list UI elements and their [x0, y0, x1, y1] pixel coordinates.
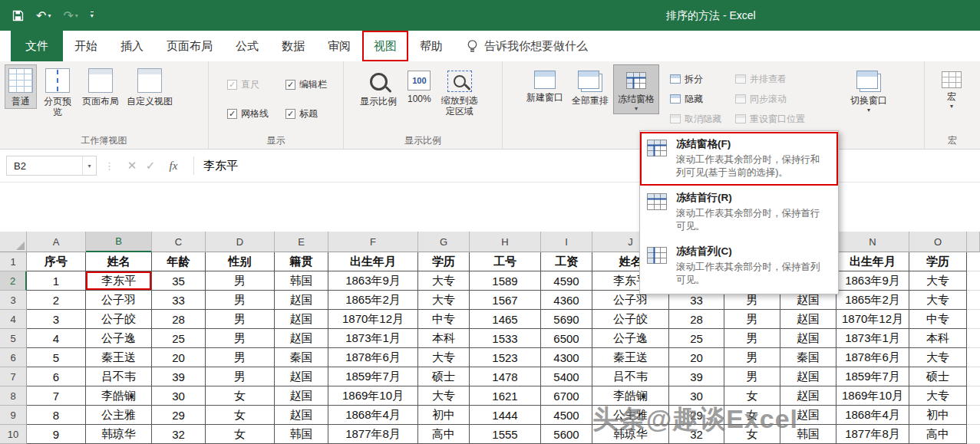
cell-A8[interactable]: 7 — [27, 386, 86, 406]
menu-item-freeze-top-row[interactable]: 冻结首行(R) 滚动工作表其余部分时，保持首行可见。 — [640, 186, 838, 239]
cell-O7[interactable]: 硕士 — [909, 367, 967, 386]
cell-F5[interactable]: 1873年1月 — [328, 329, 418, 348]
hide-button[interactable]: 隐藏 — [670, 92, 721, 106]
cell-N8[interactable]: 1869年10月 — [836, 386, 909, 406]
cell-L7[interactable]: 男 — [724, 367, 780, 386]
insert-function-icon[interactable]: fx — [166, 160, 181, 173]
cell-O6[interactable]: 大专 — [909, 348, 967, 367]
row-header-8[interactable]: 8 — [0, 386, 27, 406]
cell-D1[interactable]: 性别 — [206, 252, 275, 271]
macros-button[interactable]: 宏 ▾ — [938, 64, 965, 112]
name-box[interactable]: B2 ▾ — [6, 156, 97, 176]
cell-H4[interactable]: 1465 — [470, 310, 541, 329]
cell-F7[interactable]: 1859年7月 — [328, 367, 418, 386]
cell-O9[interactable]: 初中 — [909, 406, 967, 425]
row-header-2[interactable]: 2 — [0, 271, 27, 291]
unhide-button[interactable]: 取消隐藏 — [670, 112, 721, 126]
cell-K6[interactable]: 20 — [669, 348, 724, 367]
cell-J4[interactable]: 公子皎 — [592, 310, 669, 329]
tab-file[interactable]: 文件 — [11, 31, 63, 61]
cell-C4[interactable]: 28 — [152, 310, 206, 329]
headings-checkbox[interactable]: 标题 — [285, 107, 318, 120]
cell-H10[interactable]: 1555 — [470, 425, 541, 444]
cell-L4[interactable]: 男 — [724, 310, 780, 329]
cell-C3[interactable]: 33 — [152, 291, 206, 310]
row-header-6[interactable]: 6 — [0, 348, 27, 367]
column-header-E[interactable]: E — [275, 232, 328, 252]
cell-I1[interactable]: 工资 — [541, 252, 592, 271]
zoom-to-selection-button[interactable]: 缩放到选定区域 — [435, 64, 484, 119]
cell-M7[interactable]: 赵国 — [780, 367, 836, 386]
cell-G8[interactable]: 大专 — [418, 386, 470, 406]
cell-F4[interactable]: 1870年12月 — [328, 310, 418, 329]
cell-E8[interactable]: 赵国 — [275, 386, 328, 406]
formula-bar-drag-handle[interactable]: ⋮ — [104, 160, 115, 172]
cell-H7[interactable]: 1478 — [470, 367, 541, 386]
cell-E3[interactable]: 赵国 — [275, 291, 328, 310]
customize-quick-access-button[interactable]: ▾ — [91, 12, 94, 19]
column-header-I[interactable]: I — [541, 232, 592, 252]
redo-button[interactable]: ↷▾ — [63, 8, 78, 23]
cell-P10[interactable] — [967, 425, 980, 444]
cell-D2[interactable]: 男 — [206, 271, 275, 291]
reset-window-position-button[interactable]: 重设窗口位置 — [735, 112, 805, 126]
cell-A7[interactable]: 6 — [27, 367, 86, 386]
cell-E6[interactable]: 秦国 — [275, 348, 328, 367]
cell-B9[interactable]: 公主雅 — [86, 406, 152, 425]
cell-E5[interactable]: 赵国 — [275, 329, 328, 348]
menu-item-freeze-first-column[interactable]: 冻结首列(C) 滚动工作表其余部分时，保持首列可见。 — [640, 239, 838, 293]
cell-I2[interactable]: 4590 — [541, 271, 592, 291]
cell-C9[interactable]: 29 — [152, 406, 206, 425]
tab-view[interactable]: 视图 — [362, 31, 408, 61]
cell-J5[interactable]: 公子逸 — [592, 329, 669, 348]
new-window-button[interactable]: 新建窗口 — [523, 64, 567, 105]
select-all-corner[interactable] — [0, 232, 27, 252]
cell-B5[interactable]: 公子逸 — [86, 329, 152, 348]
cell-G5[interactable]: 本科 — [418, 329, 470, 348]
cell-D8[interactable]: 女 — [206, 386, 275, 406]
column-header-C[interactable]: C — [152, 232, 206, 252]
cell-P1[interactable] — [967, 252, 980, 271]
cell-I8[interactable]: 6700 — [541, 386, 592, 406]
cell-G4[interactable]: 中专 — [418, 310, 470, 329]
tab-insert[interactable]: 插入 — [109, 31, 155, 61]
column-header-D[interactable]: D — [206, 232, 275, 252]
cell-O8[interactable]: 大专 — [909, 386, 967, 406]
cell-P8[interactable] — [967, 386, 980, 406]
cell-G10[interactable]: 高中 — [418, 425, 470, 444]
cell-L5[interactable]: 男 — [724, 329, 780, 348]
custom-views-button[interactable]: 自定义视图 — [123, 64, 177, 109]
cell-A3[interactable]: 2 — [27, 291, 86, 310]
row-header-4[interactable]: 4 — [0, 310, 27, 329]
cell-O5[interactable]: 本科 — [909, 329, 967, 348]
cell-E4[interactable]: 赵国 — [275, 310, 328, 329]
switch-windows-button[interactable]: 切换窗口 ▾ — [845, 64, 893, 116]
cell-H8[interactable]: 1621 — [470, 386, 541, 406]
cell-I3[interactable]: 4360 — [541, 291, 592, 310]
cell-G2[interactable]: 大专 — [418, 271, 470, 291]
cell-P7[interactable] — [967, 367, 980, 386]
cell-P9[interactable] — [967, 406, 980, 425]
cell-B2[interactable]: 李东平 — [86, 271, 152, 291]
column-header-A[interactable]: A — [27, 232, 86, 252]
cell-P3[interactable] — [967, 291, 980, 310]
cancel-formula-icon[interactable]: ✕ — [123, 159, 141, 173]
row-header-5[interactable]: 5 — [0, 329, 27, 348]
tab-data[interactable]: 数据 — [270, 31, 316, 61]
cell-A4[interactable]: 3 — [27, 310, 86, 329]
tab-review[interactable]: 审阅 — [316, 31, 362, 61]
row-header-3[interactable]: 3 — [0, 291, 27, 310]
cell-H5[interactable]: 1533 — [470, 329, 541, 348]
cell-J6[interactable]: 秦王送 — [592, 348, 669, 367]
column-header-B[interactable]: B — [86, 232, 152, 252]
column-header-G[interactable]: G — [418, 232, 470, 252]
undo-button[interactable]: ↶▾ — [36, 8, 51, 23]
cell-G9[interactable]: 初中 — [418, 406, 470, 425]
cell-D5[interactable]: 男 — [206, 329, 275, 348]
cell-B6[interactable]: 秦王送 — [86, 348, 152, 367]
cell-N3[interactable]: 1865年2月 — [836, 291, 909, 310]
cell-I10[interactable]: 5600 — [541, 425, 592, 444]
cell-F2[interactable]: 1863年9月 — [328, 271, 418, 291]
row-header-10[interactable]: 10 — [0, 425, 27, 444]
zoom-button[interactable]: 显示比例 — [353, 64, 404, 109]
